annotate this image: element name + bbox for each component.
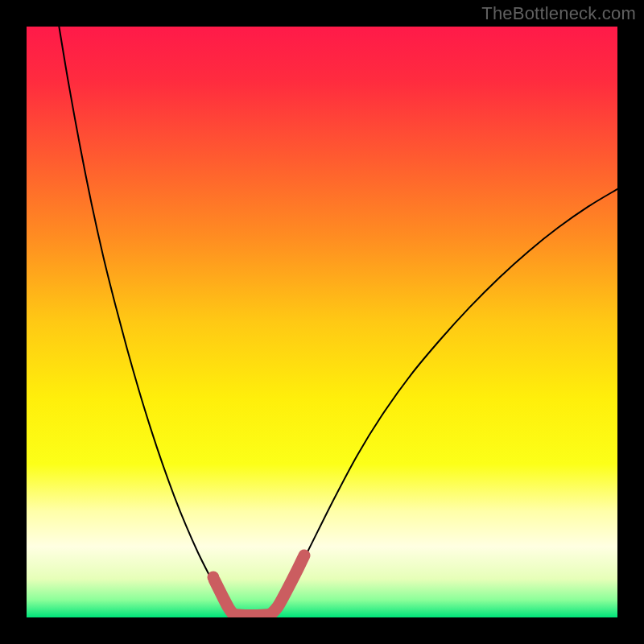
chart-svg <box>27 27 617 617</box>
chart-frame: TheBottleneck.com <box>0 0 644 644</box>
watermark-text: TheBottleneck.com <box>481 3 636 24</box>
chart-plot-area <box>27 27 617 617</box>
gradient-background <box>27 27 617 617</box>
marker-dot <box>207 572 219 584</box>
